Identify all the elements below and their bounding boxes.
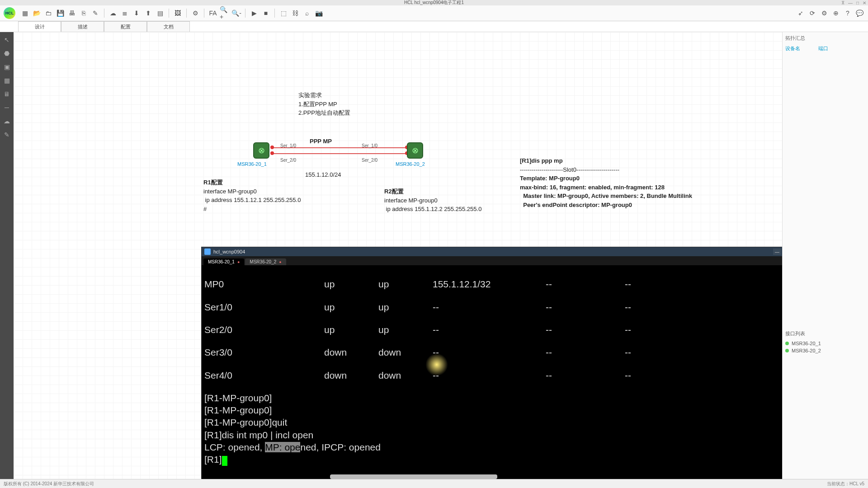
- chat-icon[interactable]: 💬: [854, 8, 864, 18]
- terminal-tabs: MSR36-20_1● MSR36-20_2●: [202, 256, 782, 265]
- terminal-tab-2[interactable]: MSR36-20_2●: [245, 258, 286, 265]
- rail-link-icon[interactable]: ─: [2, 103, 12, 113]
- app-title: HCL hcl_wcnp0904电子工程1: [404, 0, 464, 6]
- terminal-titlebar[interactable]: hcl_wcnp0904 — □ ✕: [202, 247, 782, 256]
- close-icon[interactable]: ✕: [863, 0, 866, 5]
- search-icon[interactable]: ⌕: [302, 8, 312, 18]
- device-list-item[interactable]: MSR36-20_1: [785, 340, 865, 347]
- text-icon[interactable]: FA: [208, 8, 218, 18]
- canvas-hscrollbar[interactable]: [330, 474, 497, 479]
- zoom-in-icon[interactable]: 🔍+: [220, 8, 230, 18]
- cursor: [222, 456, 227, 466]
- rail-router-icon[interactable]: ⬣: [2, 48, 12, 58]
- rail-host-icon[interactable]: 🖥: [2, 89, 12, 99]
- col-device[interactable]: 设备名: [785, 45, 800, 52]
- help-icon[interactable]: ?: [843, 8, 853, 18]
- right-panel: 拓扑汇总 设备名 端口 接口列表 MSR36-20_1 MSR36-20_2: [782, 32, 868, 479]
- play-icon[interactable]: ▶: [249, 8, 259, 18]
- section-title: 接口列表: [785, 330, 865, 337]
- chain-icon[interactable]: ⛓: [290, 8, 300, 18]
- globe-icon[interactable]: ⊕: [831, 8, 841, 18]
- terminal-title: hcl_wcnp0904: [213, 249, 245, 254]
- subnet-label: 155.1.12.0/24: [305, 170, 341, 179]
- left-tool-rail: ↖ ⬣ ▣ ▦ 🖥 ─ ☁ ✎: [0, 32, 14, 479]
- maximize-icon[interactable]: □: [856, 0, 859, 5]
- router-r1-label: MSR36-20_1: [237, 161, 267, 167]
- camera-icon[interactable]: 📷: [314, 8, 324, 18]
- r1-config-block: R1配置 interface MP-group0 ip address 155.…: [203, 178, 301, 213]
- status-dot-icon: [785, 349, 789, 352]
- zoom-out-icon[interactable]: 🔍-: [231, 8, 241, 18]
- rail-select-icon[interactable]: ↖: [2, 35, 12, 45]
- link-icon[interactable]: ⬚: [278, 8, 288, 18]
- settings-icon[interactable]: ⚙: [819, 8, 829, 18]
- status-text: 当前状态：HCL v5: [827, 481, 864, 487]
- minimize-icon[interactable]: —: [848, 0, 853, 5]
- copyright: 版权所有 (C) 2014-2024 新华三技术有限公司: [4, 481, 94, 487]
- requirements-block: 实验需求 1.配置PPP MP 2.PPP地址自动配置: [298, 91, 350, 117]
- rail-switch-icon[interactable]: ▣: [2, 62, 12, 72]
- port-label: Ser_1/0: [362, 143, 377, 148]
- download-icon[interactable]: ⬇: [132, 8, 142, 18]
- tab-close-icon[interactable]: ●: [237, 260, 240, 264]
- port-label: Ser_1/0: [280, 143, 296, 148]
- rail-note-icon[interactable]: ✎: [2, 130, 12, 140]
- edit-icon[interactable]: ✎: [90, 8, 100, 18]
- router-r2-label: MSR36-20_2: [396, 161, 425, 167]
- save-icon[interactable]: 💾: [55, 8, 65, 18]
- link-title: PPP MP: [310, 137, 332, 146]
- app-logo-icon: HCL: [4, 7, 15, 19]
- print-icon[interactable]: 🖶: [67, 8, 77, 18]
- tab-config[interactable]: 配置: [104, 21, 147, 32]
- grid-icon[interactable]: ▤: [155, 8, 165, 18]
- canvas[interactable]: 实验需求 1.配置PPP MP 2.PPP地址自动配置 PPP MP ⊗ ⊗ M…: [14, 32, 782, 479]
- port-dot: [270, 145, 274, 149]
- thumbtack-icon[interactable]: ⊼: [841, 0, 844, 5]
- layers-icon[interactable]: ≣: [120, 8, 130, 18]
- status-bar: 版权所有 (C) 2014-2024 新华三技术有限公司 当前状态：HCL v5: [0, 479, 868, 488]
- view-tabs: 设计 描述 配置 文档: [0, 21, 868, 32]
- terminal-tab-1[interactable]: MSR36-20_1●: [203, 258, 244, 265]
- term-minimize-icon[interactable]: —: [773, 249, 781, 255]
- info-block: [R1]dis ppp mp ----------------------Slo…: [520, 156, 692, 209]
- device-list-item[interactable]: MSR36-20_2: [785, 347, 865, 354]
- port-label: Ser_2/0: [362, 158, 377, 163]
- rail-firewall-icon[interactable]: ▦: [2, 75, 12, 85]
- cloud-icon[interactable]: ☁: [108, 8, 118, 18]
- tab-doc[interactable]: 文档: [147, 21, 190, 32]
- rail-cloud-icon[interactable]: ☁: [2, 116, 12, 126]
- open-icon[interactable]: 📂: [32, 8, 42, 18]
- title-bar: HCL hcl_wcnp0904电子工程1 ⊼ — □ ✕: [0, 0, 868, 5]
- terminal-icon: [204, 249, 211, 255]
- r2-config-block: R2配置 interface MP-group0 ip address 155.…: [384, 187, 481, 214]
- new-icon[interactable]: ▦: [20, 8, 30, 18]
- stop-icon[interactable]: ■: [261, 8, 271, 18]
- terminal-window: hcl_wcnp0904 — □ ✕ MSR36-20_1● MSR36-20_…: [201, 247, 782, 479]
- tab-design[interactable]: 设计: [18, 21, 61, 32]
- col-port[interactable]: 端口: [818, 45, 828, 52]
- gear-icon[interactable]: ⚙: [190, 8, 200, 18]
- upload-icon[interactable]: ⬆: [143, 8, 153, 18]
- main-toolbar: HCL ▦ 📂 🗀 💾 🖶 ⎘ ✎ ☁ ≣ ⬇ ⬆ ▤ 🖼 ⚙ FA 🔍+ 🔍-…: [0, 5, 868, 21]
- right-panel-header: 拓扑汇总: [785, 35, 865, 42]
- port-dot: [270, 151, 274, 155]
- compass-icon[interactable]: ➶: [796, 8, 806, 18]
- topo-link-2[interactable]: [271, 153, 407, 154]
- port-label: Ser_2/0: [280, 158, 296, 163]
- terminal-body[interactable]: MP0upup155.1.12.1/32---- Ser1/0upup-----…: [202, 265, 782, 479]
- image-icon[interactable]: 🖼: [173, 8, 183, 18]
- status-dot-icon: [785, 342, 789, 345]
- export-icon[interactable]: ⎘: [79, 8, 89, 18]
- tab-desc[interactable]: 描述: [61, 21, 104, 32]
- folder-icon[interactable]: 🗀: [43, 8, 53, 18]
- router-r2[interactable]: ⊗: [407, 142, 423, 159]
- refresh-icon[interactable]: ⟳: [807, 8, 817, 18]
- router-r1[interactable]: ⊗: [253, 142, 269, 159]
- tab-close-icon[interactable]: ●: [279, 260, 281, 264]
